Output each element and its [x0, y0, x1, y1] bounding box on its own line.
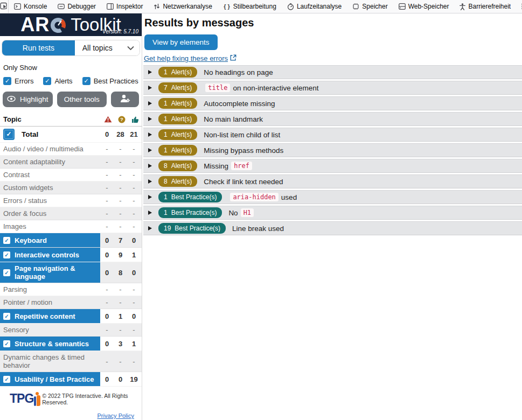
topic-checkbox[interactable]: ✓ — [3, 313, 10, 320]
expand-arrow-icon[interactable] — [148, 132, 152, 137]
topic-row-errors-status: Errors / status--- — [0, 194, 142, 207]
topic-row-interactive-controls[interactable]: ✓Interactive controls091 — [0, 248, 142, 262]
alert-badge: 1Alert(s) — [158, 114, 197, 124]
message-row[interactable]: 8Alert(s)Check if link text needed — [143, 174, 522, 188]
expand-arrow-icon[interactable] — [148, 195, 152, 199]
devtools-tab-speicher[interactable]: Speicher — [347, 0, 393, 13]
view-by-elements-button[interactable]: View by elements — [144, 34, 218, 50]
expand-arrow-icon[interactable] — [148, 164, 152, 168]
topics-select[interactable]: All topics — [75, 40, 140, 55]
devtools-tab-anwendung[interactable]: Anwendung — [516, 0, 522, 13]
message-count: 1 — [164, 131, 168, 138]
alerts-count: - — [114, 158, 127, 166]
topic-label-area[interactable]: ✓Structure & semantics — [0, 337, 100, 351]
devtools-tab-stilbearbeitung[interactable]: { }Stilbearbeitung — [218, 0, 282, 13]
devtools-tab-debugger[interactable]: Debugger — [52, 0, 101, 13]
topic-label-area[interactable]: ✓Usability / Best Practice — [0, 372, 100, 386]
highlight-button[interactable]: Highlight — [3, 92, 53, 107]
message-row[interactable]: 1Alert(s)Autocomplete missing — [143, 96, 522, 110]
devtools-tab-laufzeitanalyse[interactable]: Laufzeitanalyse — [282, 0, 347, 13]
topic-label-area[interactable]: ✓Interactive controls — [0, 248, 100, 262]
devtools-tab-label: Netzwerkanalyse — [163, 3, 212, 10]
topic-label-area[interactable]: ✓Page navigation & language — [0, 262, 100, 283]
element-picker-button[interactable] — [0, 0, 9, 13]
message-text-before: No headings on page — [204, 68, 273, 76]
message-count: 1 — [164, 193, 168, 201]
console-icon — [14, 3, 21, 10]
topic-row-dynamic-changes-timed-behavior: Dynamic changes & timed behavior--- — [0, 351, 142, 372]
message-row[interactable]: 1Alert(s)Missing bypass methods — [143, 143, 522, 157]
message-row[interactable]: 1Best Practice(s)aria-hiddenused — [143, 190, 522, 204]
topic-counts: --- — [100, 351, 142, 372]
message-row[interactable]: 1Best Practice(s)NoH1 — [143, 206, 522, 220]
devtools-tab-barrierefreiheit[interactable]: Barrierefreiheit — [454, 0, 516, 13]
total-checkbox[interactable]: ✓ — [3, 129, 15, 140]
devtools-tab-label: Stilbearbeitung — [233, 3, 276, 10]
expand-arrow-icon[interactable] — [148, 117, 152, 121]
expand-arrow-icon[interactable] — [148, 86, 152, 90]
topic-checkbox[interactable]: ✓ — [3, 376, 10, 383]
devtools-tab-konsole[interactable]: Konsole — [9, 0, 52, 13]
topic-row-structure-semantics[interactable]: ✓Structure & semantics031 — [0, 337, 142, 351]
devtools-tab-inspektor[interactable]: Inspektor — [101, 0, 148, 13]
message-row[interactable]: 7Alert(s)titleon non-interactive element — [143, 81, 522, 95]
message-text: Non-list item child of list — [204, 131, 280, 139]
message-kind-label: Alert(s) — [171, 84, 192, 92]
expand-arrow-icon[interactable] — [148, 226, 152, 230]
message-text: Check if link text needed — [204, 178, 283, 186]
checkbox-icon[interactable]: ✓ — [82, 77, 91, 85]
checkbox-icon[interactable]: ✓ — [43, 77, 51, 85]
topic-checkbox[interactable]: ✓ — [3, 251, 10, 258]
topic-row-usability-best-practice[interactable]: ✓Usability / Best Practice0019 — [0, 372, 142, 387]
filter-errors[interactable]: ✓Errors — [3, 77, 33, 85]
filter-best-practices[interactable]: ✓Best Practices — [82, 77, 138, 85]
expand-arrow-icon[interactable] — [148, 148, 152, 152]
topic-label-area[interactable]: ✓Total — [0, 127, 100, 142]
run-tests-button[interactable]: Run tests — [2, 40, 75, 55]
best-practices-column-icon — [128, 116, 142, 123]
performance-icon — [287, 3, 294, 10]
message-text: aria-hiddenused — [228, 193, 297, 201]
gauge-icon — [50, 17, 66, 36]
topic-label-area: Order & focus — [0, 207, 100, 220]
topic-row-total[interactable]: ✓Total02821 — [0, 127, 142, 143]
best-practices-count: 0 — [127, 236, 141, 244]
topic-row-page-navigation-language[interactable]: ✓Page navigation & language080 — [0, 262, 142, 283]
expand-arrow-icon[interactable] — [148, 211, 152, 215]
expand-arrow-icon[interactable] — [148, 70, 152, 74]
message-row[interactable]: 1Alert(s)No headings on page — [143, 65, 522, 79]
topic-label-area: Images — [0, 220, 100, 233]
tools-row: Highlight Other tools — [0, 85, 142, 113]
other-tools-button[interactable]: Other tools — [57, 92, 107, 107]
topic-label: Parsing — [3, 285, 27, 293]
devtools-tab-netzwerkanalyse[interactable]: Netzwerkanalyse — [148, 0, 217, 13]
message-row[interactable]: 1Alert(s)No main landmark — [143, 112, 522, 126]
checkbox-icon[interactable]: ✓ — [3, 77, 11, 85]
topic-label-area[interactable]: ✓Repetitive content — [0, 309, 100, 323]
expand-arrow-icon[interactable] — [148, 179, 152, 184]
topic-checkbox[interactable]: ✓ — [3, 340, 10, 347]
topic-row-repetitive-content[interactable]: ✓Repetitive content010 — [0, 309, 142, 324]
run-tests-row: Run tests All topics — [0, 36, 142, 56]
alerts-count: - — [114, 358, 127, 366]
topic-label-area: Contrast — [0, 169, 100, 181]
message-row[interactable]: 8Alert(s)Missinghref — [143, 159, 522, 173]
get-help-link[interactable]: Get help fixing these errors — [144, 54, 236, 62]
topic-checkbox[interactable]: ✓ — [3, 237, 10, 244]
devtools-tab-web-speicher[interactable]: Web-Speicher — [393, 0, 455, 13]
message-row[interactable]: 19Best Practice(s)Line break used — [143, 221, 522, 235]
alert-badge: 8Alert(s) — [158, 160, 197, 171]
expand-arrow-icon[interactable] — [148, 101, 152, 106]
message-row[interactable]: 1Alert(s)Non-list item child of list — [143, 128, 522, 142]
user-tools-button[interactable] — [111, 92, 139, 107]
get-help-link-label: Get help fixing these errors — [144, 54, 228, 62]
topic-row-keyboard[interactable]: ✓Keyboard070 — [0, 233, 142, 248]
message-kind-label: Alert(s) — [171, 115, 192, 123]
filter-alerts[interactable]: ✓Alerts — [43, 77, 72, 85]
topic-label-area: Custom widgets — [0, 181, 100, 194]
topic-checkbox[interactable]: ✓ — [3, 269, 10, 276]
topic-counts: 080 — [100, 262, 142, 283]
topic-label-area[interactable]: ✓Keyboard — [0, 233, 100, 247]
version-label: Version: 5.7.10 — [102, 29, 138, 34]
privacy-policy-link[interactable]: Privacy Policy — [98, 412, 134, 419]
